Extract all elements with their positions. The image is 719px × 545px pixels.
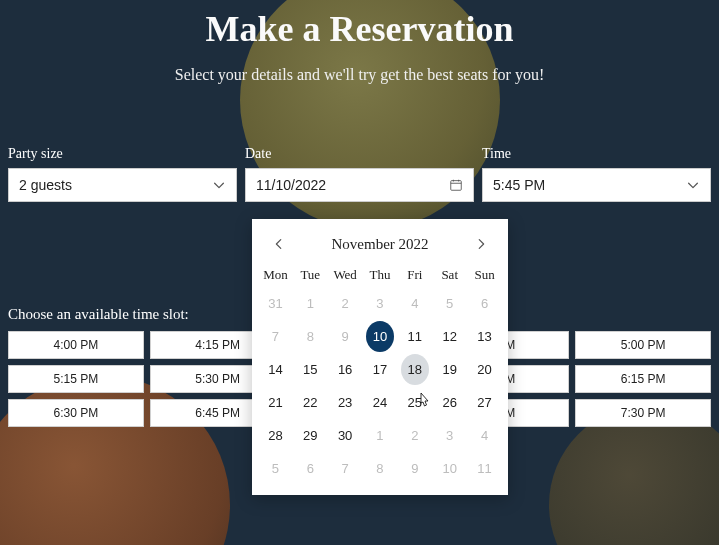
calendar-day[interactable]: 26 [436, 387, 464, 418]
calendar-dow-label: Sun [467, 267, 502, 283]
calendar-day: 2 [401, 420, 429, 451]
calendar-day: 11 [471, 453, 499, 484]
calendar-day: 5 [436, 288, 464, 319]
calendar-day[interactable]: 24 [366, 387, 394, 418]
calendar-dow-label: Tue [293, 267, 328, 283]
time-slot-button[interactable]: 5:15 PM [8, 365, 144, 393]
calendar-day: 8 [296, 321, 324, 352]
time-slot-button[interactable]: 7:30 PM [575, 399, 711, 427]
calendar-day: 6 [296, 453, 324, 484]
calendar-dow-label: Fri [397, 267, 432, 283]
calendar-day: 3 [366, 288, 394, 319]
party-size-value: 2 guests [19, 177, 72, 193]
calendar-day: 6 [471, 288, 499, 319]
calendar-day[interactable]: 21 [261, 387, 289, 418]
chevron-down-icon [212, 178, 226, 192]
calendar-dow-label: Wed [328, 267, 363, 283]
svg-rect-0 [451, 181, 462, 191]
calendar-icon [449, 178, 463, 192]
time-slot-button[interactable]: 6:30 PM [8, 399, 144, 427]
calendar-day[interactable]: 30 [331, 420, 359, 451]
calendar-day[interactable]: 11 [401, 321, 429, 352]
date-input[interactable]: 11/10/2022 [245, 168, 474, 202]
calendar-day[interactable]: 27 [471, 387, 499, 418]
prev-month-button[interactable] [268, 233, 290, 255]
calendar-day[interactable]: 25 [401, 387, 429, 418]
calendar-day: 8 [366, 453, 394, 484]
calendar-day[interactable]: 15 [296, 354, 324, 385]
calendar-day: 3 [436, 420, 464, 451]
time-label: Time [482, 146, 711, 162]
calendar-day: 1 [296, 288, 324, 319]
calendar-dow-label: Sat [432, 267, 467, 283]
calendar-day[interactable]: 10 [366, 321, 394, 352]
next-month-button[interactable] [470, 233, 492, 255]
time-slot-button[interactable]: 6:15 PM [575, 365, 711, 393]
calendar-day: 4 [471, 420, 499, 451]
date-value: 11/10/2022 [256, 177, 326, 193]
calendar-day[interactable]: 18 [401, 354, 429, 385]
page-title: Make a Reservation [0, 0, 719, 50]
calendar-day: 2 [331, 288, 359, 319]
calendar-day[interactable]: 14 [261, 354, 289, 385]
party-size-label: Party size [8, 146, 237, 162]
time-slot-button[interactable]: 5:00 PM [575, 331, 711, 359]
time-select[interactable]: 5:45 PM [482, 168, 711, 202]
calendar-dow-label: Thu [363, 267, 398, 283]
calendar-day: 7 [331, 453, 359, 484]
calendar-day[interactable]: 28 [261, 420, 289, 451]
calendar-popover: November 2022 MonTueWedThuFriSatSun 3112… [252, 219, 508, 495]
calendar-day[interactable]: 20 [471, 354, 499, 385]
calendar-day: 9 [331, 321, 359, 352]
time-value: 5:45 PM [493, 177, 545, 193]
calendar-day[interactable]: 22 [296, 387, 324, 418]
calendar-dow-label: Mon [258, 267, 293, 283]
calendar-day: 9 [401, 453, 429, 484]
calendar-day: 4 [401, 288, 429, 319]
date-label: Date [245, 146, 474, 162]
calendar-day[interactable]: 13 [471, 321, 499, 352]
calendar-day[interactable]: 29 [296, 420, 324, 451]
chevron-down-icon [686, 178, 700, 192]
party-size-select[interactable]: 2 guests [8, 168, 237, 202]
calendar-month-year: November 2022 [331, 236, 428, 253]
time-slot-button[interactable]: 4:00 PM [8, 331, 144, 359]
calendar-day: 31 [261, 288, 289, 319]
calendar-day: 10 [436, 453, 464, 484]
calendar-day[interactable]: 16 [331, 354, 359, 385]
calendar-day[interactable]: 23 [331, 387, 359, 418]
calendar-day[interactable]: 19 [436, 354, 464, 385]
page-subtitle: Select your details and we'll try get th… [0, 66, 719, 84]
calendar-day: 7 [261, 321, 289, 352]
calendar-day: 1 [366, 420, 394, 451]
calendar-day[interactable]: 12 [436, 321, 464, 352]
calendar-day[interactable]: 17 [366, 354, 394, 385]
calendar-day: 5 [261, 453, 289, 484]
